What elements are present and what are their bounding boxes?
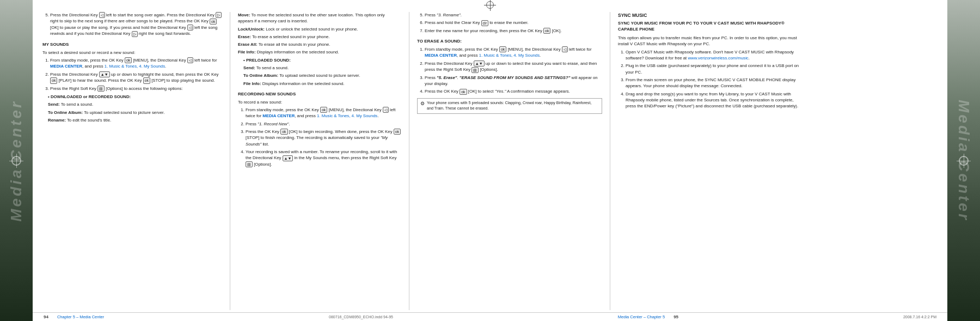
my-sounds-step-2: Press the Directional Key ▲▼ up or down … <box>50 71 222 84</box>
step-5-item: Press the Directional Key ◁ left to star… <box>50 12 222 37</box>
key-right-2: ▷ <box>132 31 138 37</box>
key-left-4: ◁ <box>383 107 389 113</box>
send-label-1: Send: <box>48 102 60 107</box>
key-options-3: ▤ <box>471 67 479 73</box>
divider-3 <box>610 12 610 310</box>
sync-music-title: SYNC MUSIC <box>618 12 803 19</box>
erase-step-2: Press the Directional Key ▲▼ up or down … <box>425 60 602 73</box>
sync-intro: This option allows you to transfer music… <box>618 35 803 47</box>
move-label: Move: <box>238 13 250 17</box>
rename-text: "3. Rename" <box>437 13 461 17</box>
note-box: ⚙ Your phone comes with 5 preloaded soun… <box>417 98 602 114</box>
key-right-1: ▷ <box>216 12 222 18</box>
recording-intro: To record a new sound: <box>238 99 401 105</box>
preloaded-section: • PRELOADED SOUND: Send: To send a sound… <box>238 57 401 87</box>
rec-step-1: From standby mode, press the OK Key ok [… <box>246 107 401 119</box>
content-columns: Press the Directional Key ◁ left to star… <box>33 10 947 312</box>
column-1: Press the Directional Key ◁ left to star… <box>37 10 228 312</box>
erase-text: To erase a selected sound in your phone. <box>252 34 330 39</box>
music-tones-link-3: 1. Music & Tones, 4. My Sounds <box>479 53 540 58</box>
rename-step-7: Enter the new name for your recording, t… <box>425 28 602 34</box>
chapter-right: Media Center – Chapter 5 <box>618 314 665 319</box>
key-left-1: ◁ <box>99 12 105 18</box>
erase-number: "5. Erase" <box>437 75 457 80</box>
move-row: Move: To move the selected sound to the … <box>238 12 401 25</box>
key-stop-1: ok <box>143 77 150 83</box>
key-left-2: ◁ <box>187 25 193 31</box>
rec-step-2: Press "1. Record New". <box>246 121 401 127</box>
verizon-link: www.verizonwireless.com/music <box>688 56 748 60</box>
key-updown-1: ▲▼ <box>99 71 110 77</box>
erase-all-row: Erase All: To erase all the sounds in yo… <box>238 41 401 47</box>
my-sounds-step-1: From standby mode, press the OK Key ok [… <box>50 57 222 70</box>
recording-section: RECORDING NEW SOUNDS To record a new sou… <box>238 91 401 167</box>
preloaded-header: • PRELOADED SOUND: <box>243 57 401 63</box>
preloaded-label: • PRELOADED SOUND: <box>243 58 291 63</box>
key-options-1: ▤ <box>97 86 105 92</box>
rec-step-3: Press the OK Key ok [OK] to begin record… <box>246 129 401 147</box>
send-row-1: Send: To send a sound. <box>48 101 222 107</box>
top-crosshair-icon <box>486 1 494 9</box>
erase-confirm-text: "ERASE SOUND FROM MY SOUNDS AND SETTINGS… <box>460 75 571 80</box>
note-icon: ⚙ <box>420 100 425 107</box>
erase-step-3: Press "5. Erase". "ERASE SOUND FROM MY S… <box>425 75 602 87</box>
erase-row: Erase: To erase a selected sound in your… <box>238 34 401 40</box>
crosshair-right <box>959 156 969 166</box>
main-content: Press the Directional Key ◁ left to star… <box>33 0 947 321</box>
sync-step-2: Plug in the USB cable (purchased separat… <box>626 63 803 75</box>
chapter-left: Chapter 5 – Media Center <box>57 314 104 319</box>
rec-step-4: Your recording is saved with a number. T… <box>246 149 401 167</box>
key-ok-3: ok <box>543 28 550 34</box>
send-row-2: Send: To send a sound. <box>243 65 401 71</box>
my-sounds-text: "My Sounds" <box>246 135 388 146</box>
divider-2 <box>409 12 409 310</box>
file-info-row-2: File Info: Displays information on the s… <box>243 81 401 87</box>
record-new-text: "1. Record New" <box>258 122 289 126</box>
file-info-label-2: File Info: <box>243 81 261 86</box>
key-updown-2: ▲▼ <box>474 60 485 66</box>
key-dir-1: ▲▼ <box>283 155 293 161</box>
recording-steps: From standby mode, press the OK Key ok [… <box>238 107 401 167</box>
send-label-2: Send: <box>243 65 255 70</box>
key-menu-3: ok <box>499 46 506 52</box>
sync-step-3: From the main screen on your phone, the … <box>626 77 803 89</box>
online-album-text-2: To upload selected sound to picture serv… <box>279 73 360 78</box>
key-left-5: ◁ <box>562 46 568 52</box>
rename-row-1: Rename: To edit the sound's title. <box>48 117 222 123</box>
music-tones-link-2: 1. Music & Tones, 4. My Sounds <box>317 113 377 118</box>
downloaded-header: • DOWNLOADED or RECORDED SOUND: <box>48 94 222 100</box>
step-5-text: Press the Directional Key ◁ left to star… <box>50 13 222 36</box>
column-3: Press "3. Rename". Press and hold the Cl… <box>412 10 608 312</box>
online-album-row-1: To Online Album: To upload selected soun… <box>48 110 222 116</box>
footer-left: 94 Chapter 5 – Media Center <box>44 314 104 319</box>
key-play-1: ok <box>50 77 57 83</box>
lock-unlock-label: Lock/Unlock: <box>238 27 265 32</box>
key-clear-1: clr <box>481 20 488 26</box>
my-sounds-steps: From standby mode, press the OK Key ok [… <box>42 57 222 92</box>
media-center-link-3: MEDIA CENTER <box>425 53 457 58</box>
send-text-2: To send a sound. <box>256 65 289 70</box>
divider-1 <box>230 12 230 310</box>
sync-step-4: Drag and drop the song(s) you want to sy… <box>626 91 803 110</box>
key-menu-2: ok <box>320 107 327 113</box>
music-tones-link-1: 1. Music & Tones, 4. My Sounds <box>105 64 165 69</box>
sync-music-subtitle: SYNC YOUR MUSIC FROM YOUR PC TO YOUR V C… <box>618 21 803 33</box>
file-info-row: File Info: Displays information on the s… <box>238 49 401 55</box>
sync-step-1: Open V CAST Music with Rhapsody software… <box>626 49 803 62</box>
erase-label: Erase: <box>238 34 251 39</box>
erase-all-label: Erase All: <box>238 42 258 47</box>
erase-title: TO ERASE A SOUND: <box>417 38 602 45</box>
yes-text: "Yes." <box>495 89 506 94</box>
page-number-left: 94 <box>44 314 48 319</box>
footer: 94 Chapter 5 – Media Center 080716_CDM89… <box>33 312 947 321</box>
file-info-text-2: Displays information on the selected sou… <box>262 81 345 86</box>
media-center-link-2: MEDIA CENTER <box>262 113 295 118</box>
sync-steps: Open V CAST Music with Rhapsody software… <box>618 49 803 110</box>
downloaded-section: • DOWNLOADED or RECORDED SOUND: Send: To… <box>42 94 222 123</box>
rename-text-1: To edit the sound's title. <box>67 118 111 123</box>
online-album-row-2: To Online Album: To upload selected soun… <box>243 72 401 78</box>
rename-step-5: Press "3. Rename". <box>425 12 602 18</box>
sidebar-left-text: Media Center <box>8 100 25 222</box>
file-info-label: File Info: <box>238 50 255 54</box>
column-2: Move: To move the selected sound to the … <box>232 10 407 312</box>
